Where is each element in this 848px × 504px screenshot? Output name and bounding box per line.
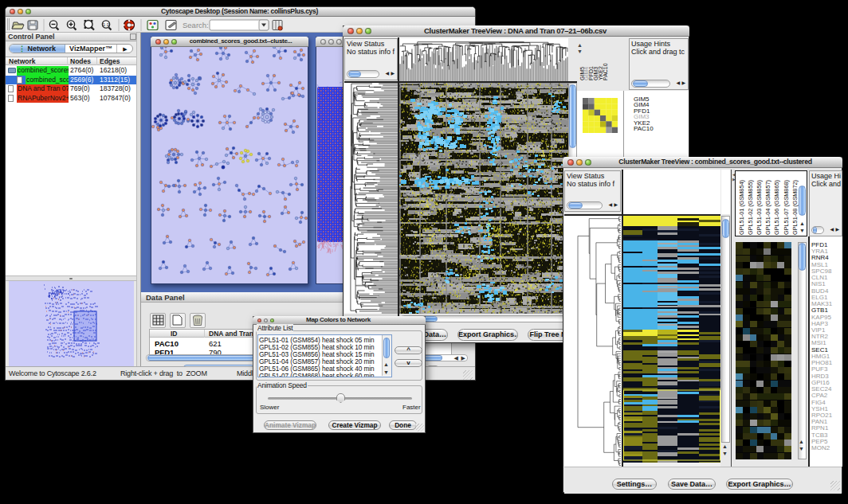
svg-text:Search:: Search: — [183, 21, 209, 29]
svg-text:GPL51-06 (GSM865): GPL51-06 (GSM865) — [773, 180, 780, 235]
svg-text:GPL51-08 (GSM872): GPL51-08 (GSM872) — [791, 180, 799, 235]
svg-text:GPL51-07 (GSM868): GPL51-07 (GSM868) — [783, 180, 790, 235]
svg-text:GPL51-03 (GSM856): GPL51-03 (GSM856) — [756, 180, 763, 235]
svg-text:GPL51-01 (GSM854): GPL51-01 (GSM854) — [738, 180, 745, 235]
svg-text:GPL51-04 (GSM857): GPL51-04 (GSM857) — [764, 180, 771, 235]
svg-text:1:1: 1:1 — [103, 22, 110, 27]
svg-text:GPL51-02 (GSM855): GPL51-02 (GSM855) — [747, 180, 754, 235]
